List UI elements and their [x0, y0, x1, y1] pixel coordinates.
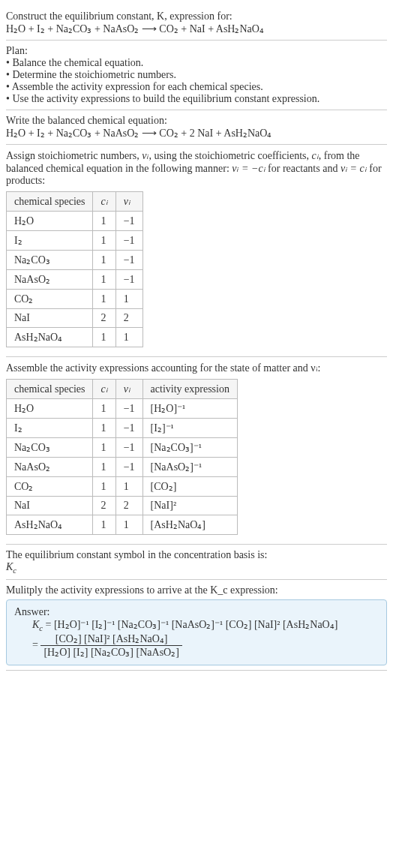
cell: [Na₂CO₃]⁻¹	[142, 438, 237, 458]
cell: I₂	[7, 231, 93, 251]
cell: −1	[116, 458, 142, 477]
cell: 1	[93, 515, 116, 535]
table-row: H₂O1−1[H₂O]⁻¹	[7, 399, 238, 419]
cell: AsH₂NaO₄	[7, 328, 93, 347]
intro-section: Construct the equilibrium constant, K, e…	[6, 6, 387, 41]
plan-title: Plan:	[6, 45, 387, 57]
cell: [AsH₂NaO₄]	[142, 515, 237, 535]
cell: 1	[93, 290, 116, 309]
numerator: [CO₂] [NaI]² [AsH₂NaO₄]	[40, 632, 182, 646]
cell: 1	[93, 231, 116, 251]
answer-fraction: = [CO₂] [NaI]² [AsH₂NaO₄] [H₂O] [I₂] [Na…	[32, 632, 379, 659]
plan-bullet-1: • Determine the stoichiometric numbers.	[6, 69, 387, 81]
table-row: H₂O1−1	[7, 212, 143, 231]
table-row: Na₂CO₃1−1	[7, 251, 143, 270]
assign-t4: for reactants and	[266, 163, 340, 174]
activity-title: Assemble the activity expressions accoun…	[6, 362, 387, 374]
cell: 1	[93, 212, 116, 231]
cell: 1	[93, 458, 116, 477]
cell: I₂	[7, 419, 93, 438]
cell: 1	[116, 477, 142, 497]
th-ci-text: cᵢ	[100, 196, 107, 207]
th-activity: activity expression	[142, 380, 237, 399]
th-nu: νᵢ	[116, 192, 142, 212]
cell: Na₂CO₃	[7, 251, 93, 270]
fraction: [CO₂] [NaI]² [AsH₂NaO₄] [H₂O] [I₂] [Na₂C…	[40, 632, 182, 659]
cell: 1	[116, 515, 142, 535]
th-nu: νᵢ	[116, 380, 142, 399]
table-row: Na₂CO₃1−1[Na₂CO₃]⁻¹	[7, 438, 238, 458]
activity-section: Assemble the activity expressions accoun…	[6, 357, 387, 545]
assign-rule1: νᵢ = −cᵢ	[232, 163, 265, 174]
assign-t2: , using the stoichiometric coefficients,	[148, 150, 311, 161]
table-header-row: chemical species cᵢ νᵢ activity expressi…	[7, 380, 238, 399]
th-ci-text: cᵢ	[100, 383, 107, 395]
cell: NaAsO₂	[7, 458, 93, 477]
symbol-value: Kc	[6, 561, 387, 575]
balanced-section: Write the balanced chemical equation: H₂…	[6, 110, 387, 145]
table-row: I₂1−1[I₂]⁻¹	[7, 419, 238, 438]
cell: 1	[93, 328, 116, 347]
th-nu-text: νᵢ	[124, 383, 130, 395]
cell: [NaI]²	[142, 497, 237, 515]
cell: [NaAsO₂]⁻¹	[142, 458, 237, 477]
table-row: NaI22	[7, 309, 143, 328]
stoich-table: chemical species cᵢ νᵢ H₂O1−1 I₂1−1 Na₂C…	[6, 191, 143, 347]
plan-bullet-3: • Use the activity expressions to build …	[6, 93, 387, 105]
symbol-section: The equilibrium constant symbol in the c…	[6, 545, 387, 580]
multiply-section: Mulitply the activity expressions to arr…	[6, 580, 387, 671]
table-row: NaAsO₂1−1	[7, 270, 143, 290]
cell: 1	[116, 328, 142, 347]
table-row: AsH₂NaO₄11[AsH₂NaO₄]	[7, 515, 238, 535]
cell: −1	[116, 231, 142, 251]
cell: NaI	[7, 497, 93, 515]
plan-bullet-1-text: Determine the stoichiometric numbers.	[12, 69, 176, 80]
cell: [CO₂]	[142, 477, 237, 497]
cell: 2	[116, 309, 142, 328]
plan-bullet-2-text: Assemble the activity expression for eac…	[12, 81, 263, 92]
cell: NaI	[7, 309, 93, 328]
intro-equation: H₂O + I₂ + Na₂CO₃ + NaAsO₂ ⟶ CO₂ + NaI +…	[6, 23, 387, 35]
plan-bullet-2: • Assemble the activity expression for e…	[6, 81, 387, 93]
cell: CO₂	[7, 477, 93, 497]
cell: [I₂]⁻¹	[142, 419, 237, 438]
cell: −1	[116, 419, 142, 438]
answer-label: Answer:	[14, 606, 379, 618]
table-row: NaI22[NaI]²	[7, 497, 238, 515]
cell: 1	[93, 270, 116, 290]
assign-t1: Assign stoichiometric numbers,	[6, 150, 142, 161]
cell: 1	[116, 290, 142, 309]
symbol-title: The equilibrium constant symbol in the c…	[6, 549, 387, 561]
table-row: I₂1−1	[7, 231, 143, 251]
plan-bullet-3-text: Use the activity expressions to build th…	[12, 93, 320, 104]
table-header-row: chemical species cᵢ νᵢ	[7, 192, 143, 212]
cell: NaAsO₂	[7, 270, 93, 290]
balanced-equation: H₂O + I₂ + Na₂CO₃ + NaAsO₂ ⟶ CO₂ + 2 NaI…	[6, 127, 387, 140]
activity-table: chemical species cᵢ νᵢ activity expressi…	[6, 379, 238, 535]
answer-line1: Kc = K_c = [H₂O]⁻¹ [I₂]⁻¹ [Na₂CO₃]⁻¹ [Na…	[32, 618, 379, 632]
th-nu-text: νᵢ	[124, 196, 130, 207]
cell: 1	[93, 438, 116, 458]
cell: 2	[116, 497, 142, 515]
assign-text: Assign stoichiometric numbers, νᵢ, using…	[6, 149, 387, 187]
denominator: [H₂O] [I₂] [Na₂CO₃] [NaAsO₂]	[40, 646, 182, 659]
cell: Na₂CO₃	[7, 438, 93, 458]
cell: −1	[116, 251, 142, 270]
assign-rule2: νᵢ = cᵢ	[340, 163, 367, 174]
cell: 1	[93, 477, 116, 497]
cell: 1	[93, 399, 116, 419]
plan-section: Plan: • Balance the chemical equation. •…	[6, 41, 387, 110]
th-ci: cᵢ	[93, 380, 116, 399]
cell: −1	[116, 270, 142, 290]
cell: −1	[116, 212, 142, 231]
cell: H₂O	[7, 212, 93, 231]
table-row: NaAsO₂1−1[NaAsO₂]⁻¹	[7, 458, 238, 477]
table-row: AsH₂NaO₄11	[7, 328, 143, 347]
cell: 2	[93, 497, 116, 515]
cell: −1	[116, 399, 142, 419]
cell: −1	[116, 438, 142, 458]
answer-eq: =	[32, 638, 40, 650]
intro-line1: Construct the equilibrium constant, K, e…	[6, 11, 387, 23]
table-row: CO₂11[CO₂]	[7, 477, 238, 497]
plan-bullet-0-text: Balance the chemical equation.	[12, 57, 143, 68]
